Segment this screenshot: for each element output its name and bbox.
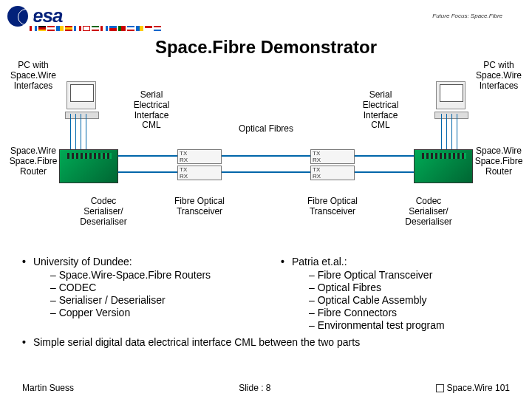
- architecture-diagram: PC withSpace.WireInterfaces PC withSpace…: [7, 61, 525, 253]
- pc-icon-left: [66, 81, 96, 109]
- header: esa Future Focus: Space.Fibre: [0, 0, 532, 29]
- pc-icon-right: [436, 81, 466, 109]
- label-serial-cml-left: SerialElectricalInterfaceCML: [126, 90, 177, 131]
- label-router-right: Space.WireSpace.FibreRouter: [473, 146, 525, 177]
- bullet-item: Environmental test program: [309, 319, 510, 331]
- label-codec-left: CodecSerialiser/Deserialiser: [70, 197, 137, 227]
- bullets-right-head: Patria et.al.:: [292, 256, 347, 267]
- bullet-item: CODEC: [50, 282, 251, 293]
- country-flags: [30, 26, 532, 31]
- label-pc-right: PC withSpace.WireInterfaces: [473, 61, 525, 91]
- checkbox-icon: [436, 384, 444, 392]
- esa-logo: esa: [7, 4, 62, 27]
- label-optical-fibres: Optical Fibres: [229, 124, 303, 134]
- bullet-item: Copper Version: [50, 307, 251, 318]
- bullets-left: •University of Dundee: Space.Wire-Space.…: [22, 256, 251, 332]
- bullet-item: Fibre Optical Transceiver: [309, 269, 510, 281]
- label-router-left: Space.WireSpace.FibreRouter: [7, 146, 59, 177]
- footer-slide: Slide : 8: [239, 383, 270, 393]
- header-tagline: Future Focus: Space.Fibre: [432, 13, 502, 19]
- label-codec-right: CodecSerialiser/Deserialiser: [395, 197, 462, 227]
- label-serial-cml-right: SerialElectricalInterfaceCML: [355, 90, 406, 131]
- page-title: Space.Fibre Demonstrator: [0, 37, 532, 58]
- footer-series: Space.Wire 101: [436, 383, 510, 393]
- fiber-2: [222, 171, 310, 173]
- bullet-item: Space.Wire-Space.Fibre Routers: [50, 269, 251, 281]
- label-pc-left: PC withSpace.WireInterfaces: [7, 61, 59, 91]
- bullet-item: Optical Cable Assembly: [309, 294, 510, 306]
- esa-logo-text: esa: [33, 4, 62, 27]
- bullets-right: •Patria et.al.: Fibre Optical Transceive…: [281, 256, 510, 332]
- router-board-right: [414, 149, 473, 183]
- fiber-1: [222, 155, 310, 157]
- spacewire-lines-right: [441, 114, 462, 152]
- footer: Martin Suess Slide : 8 Space.Wire 101: [0, 383, 532, 393]
- bullet-item: Fibre Connectors: [309, 307, 510, 318]
- bullet-item: Optical Fibres: [309, 282, 510, 293]
- wire-2: [355, 155, 414, 157]
- wire-4: [355, 171, 414, 173]
- spacewire-lines-left: [70, 114, 91, 152]
- bullet-item: Serialiser / Deserialiser: [50, 294, 251, 306]
- router-board-left: [59, 149, 118, 183]
- bullets-columns: •University of Dundee: Space.Wire-Space.…: [0, 253, 532, 332]
- wire-1: [118, 155, 177, 157]
- esa-circle-icon: [7, 6, 28, 27]
- summary-line: •Simple serial digital data electrical i…: [0, 332, 532, 348]
- bullets-left-head: University of Dundee:: [33, 256, 132, 267]
- summary-text: Simple serial digital data electrical in…: [33, 336, 360, 348]
- wire-3: [118, 171, 177, 173]
- label-fotrans-right: Fibre OpticalTransceiver: [296, 197, 369, 217]
- transceiver-left: [177, 149, 222, 182]
- label-fotrans-left: Fibre OpticalTransceiver: [163, 197, 236, 217]
- footer-author: Martin Suess: [22, 383, 74, 393]
- transceiver-right: [310, 149, 355, 182]
